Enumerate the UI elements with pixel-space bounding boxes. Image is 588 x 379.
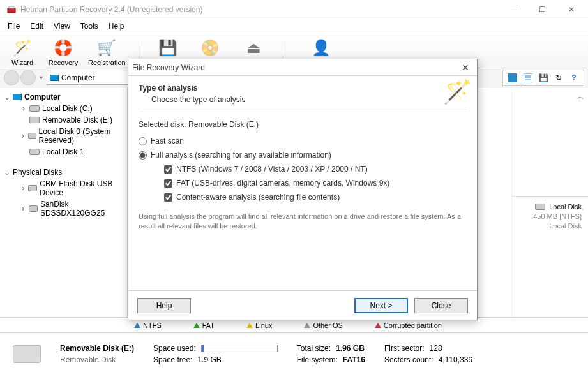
computer-icon [50,75,59,81]
content-aware-option[interactable]: Content-aware analysis (searching file c… [139,193,467,202]
menubar: File Edit View Tools Help [0,19,588,33]
wand-icon: 🪄 [443,78,472,105]
app-icon [6,4,17,15]
recovery-button[interactable]: 🛟 Recovery [47,38,79,66]
svg-rect-2 [508,73,517,82]
view-tiles-button[interactable] [507,72,518,84]
registration-button[interactable]: 🛒 Registration [88,38,126,66]
window-title: Hetman Partition Recovery 2.4 (Unregiste… [20,5,499,14]
disk-icon [29,117,40,123]
fast-scan-radio[interactable] [139,137,147,145]
tree-item[interactable]: Removable Disk (E:) [3,114,124,126]
disk-image-icon [13,345,41,363]
legend-ntfs: NTFS [134,322,162,329]
svg-rect-1 [9,6,14,8]
properties-panel: ︿ Local Disk 450 MB [NTFS] Local Disk [511,87,588,317]
full-analysis-radio[interactable] [139,151,147,160]
status-disk-name: Removable Disk (E:) [60,344,134,353]
close-window-button[interactable]: ✕ [557,1,585,19]
menu-help[interactable]: Help [103,20,130,32]
side-disk-meta: 450 MB [NTFS] [518,212,582,220]
fast-scan-option[interactable]: Fast scan [139,137,467,145]
fs-value: FAT16 [343,355,365,364]
tree-item[interactable]: ›CBM Flash Disk USB Device [3,178,124,198]
titlebar: Hetman Partition Recovery 2.4 (Unregiste… [0,0,588,19]
tree-item[interactable]: ›SanDisk SDSSDX120GG25 [3,198,124,219]
svg-rect-0 [8,8,15,13]
collapse-icon[interactable]: ⌄ [4,168,10,177]
disk-icon [535,204,545,210]
dialog-titlebar[interactable]: File Recovery Wizard ✕ [128,59,477,76]
space-used-bar [201,345,278,352]
next-button[interactable]: Next > [354,298,408,313]
help-button[interactable]: Help [137,298,191,313]
disk-icon [28,185,37,191]
back-button[interactable] [4,70,19,85]
disk-icon [29,149,40,155]
person-icon: 👤 [311,38,331,58]
computer-icon [13,94,22,100]
save-view-button[interactable]: 💾 [538,72,549,84]
total-size-value: 1.96 GB [336,344,365,353]
close-button[interactable]: Close [414,298,468,313]
dialog-heading: Type of analysis [139,84,467,93]
file-recovery-wizard-dialog: File Recovery Wizard ✕ 🪄 Type of analysi… [128,59,478,320]
wand-icon: 🪄 [12,38,33,58]
ntfs-option[interactable]: NTFS (Windows 7 / 2008 / Vista / 2003 / … [139,165,467,174]
disk-icon [29,205,38,212]
help-button[interactable]: ? [568,72,580,84]
tree-item[interactable]: ›Local Disk (C:) [3,103,124,114]
sectors-value: 4,110,336 [439,355,472,364]
status-disk-type: Removable Disk [60,355,134,364]
tree-physical-disks[interactable]: ⌄ Physical Disks [3,167,124,178]
disk-icon [29,105,40,112]
tree-panel: ⌄ Computer ›Local Disk (C:) Removable Di… [0,87,128,317]
selected-disk-label: Selected disk: Removable Disk (E:) [139,120,467,129]
full-analysis-option[interactable]: Full analysis (searching for any availab… [139,151,467,160]
side-disk-sub: Local Disk [518,222,582,230]
space-free-value: 1.9 GB [197,355,221,364]
wizard-button[interactable]: 🪄 Wizard [6,38,38,66]
legend-other: Other OS [304,322,342,329]
maximize-button[interactable]: ☐ [528,1,557,19]
collapse-panel-button[interactable]: ︿ [577,202,584,213]
dialog-description: Using full analysis the program will fin… [139,212,467,232]
mount-disk-icon: 📀 [200,38,220,58]
minimize-button[interactable]: ─ [499,1,528,19]
dialog-subtitle: Choose the type of analysis [139,95,467,104]
first-sector-value: 128 [430,344,442,353]
dialog-footer: Help Next > Close [128,290,477,320]
legend-linux: Linux [246,322,272,329]
view-list-button[interactable] [522,72,534,84]
status-bar: Removable Disk (E:) Removable Disk Space… [0,332,588,375]
legend-fat: FAT [193,322,215,329]
forward-button[interactable] [20,70,36,85]
ntfs-checkbox[interactable] [164,165,172,174]
tree-computer[interactable]: ⌄ Computer [3,91,124,103]
save-disk-icon: 💾 [158,38,178,58]
disk-icon [28,133,36,139]
tree-item[interactable]: ›Local Disk 0 (System Reserved) [3,126,124,146]
fat-option[interactable]: FAT (USB-drives, digital cameras, memory… [139,179,467,188]
cart-icon: 🛒 [96,38,117,58]
menu-file[interactable]: File [3,20,25,32]
content-aware-checkbox[interactable] [164,193,172,202]
menu-view[interactable]: View [49,20,75,32]
view-toolbar: 💾 ↻ ? [502,70,584,86]
refresh-button[interactable]: ↻ [553,72,564,84]
lifebuoy-icon: 🛟 [53,38,73,58]
collapse-icon[interactable]: ⌄ [4,93,10,101]
fat-checkbox[interactable] [164,179,172,188]
menu-tools[interactable]: Tools [75,20,103,32]
dialog-close-button[interactable]: ✕ [458,63,473,73]
legend-corrupt: Corrupted partition [375,322,442,329]
tree-item[interactable]: Local Disk 1 [3,146,124,158]
close-disk-icon: ⏏ [243,38,264,58]
menu-edit[interactable]: Edit [25,20,49,32]
